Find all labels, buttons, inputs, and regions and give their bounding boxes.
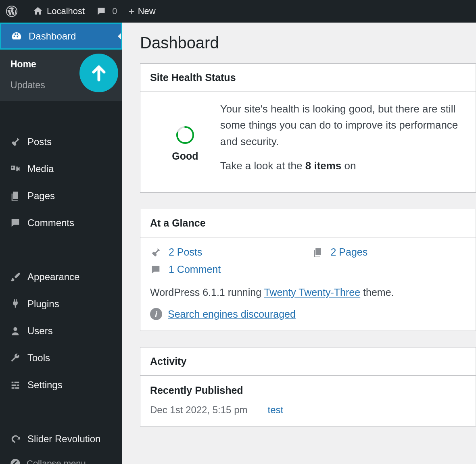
- wp-logo-menu[interactable]: [0, 0, 27, 23]
- wrench-icon: [7, 352, 23, 364]
- menu-pages-label: Pages: [27, 190, 55, 202]
- recently-published-heading: Recently Published: [150, 385, 466, 396]
- collapse-icon: [7, 458, 23, 464]
- pages-icon: [7, 190, 23, 202]
- menu-users-label: Users: [27, 325, 53, 337]
- site-health-status: Good: [172, 150, 198, 162]
- comment-icon: [150, 264, 163, 275]
- admin-sidebar: Dashboard Home Updates Posts Media Pages: [0, 23, 122, 464]
- info-icon: i: [150, 308, 162, 320]
- sliders-icon: [7, 379, 23, 391]
- menu-plugins[interactable]: Plugins: [0, 290, 122, 317]
- menu-dashboard-label: Dashboard: [29, 31, 76, 42]
- menu-dashboard[interactable]: Dashboard: [0, 23, 122, 50]
- site-health-text2: Take a look at the 8 items on: [220, 158, 466, 174]
- user-icon: [7, 325, 23, 337]
- highlight-arrow-badge: [79, 54, 118, 92]
- glance-pages[interactable]: 2 Pages: [312, 246, 466, 258]
- menu-posts-label: Posts: [27, 136, 52, 148]
- activity-item: Dec 1st 2022, 5:15 pm test: [150, 404, 466, 416]
- menu-tools-label: Tools: [27, 352, 50, 364]
- menu-settings[interactable]: Settings: [0, 371, 122, 398]
- menu-plugins-label: Plugins: [27, 298, 59, 310]
- menu-comments-label: Comments: [27, 217, 74, 229]
- site-name-menu[interactable]: Localhost: [27, 0, 90, 23]
- menu-separator: [0, 236, 122, 263]
- brush-icon: [7, 271, 23, 283]
- menu-comments[interactable]: Comments: [0, 209, 122, 236]
- menu-media[interactable]: Media: [0, 155, 122, 182]
- glance-posts-link[interactable]: 2 Posts: [169, 246, 202, 258]
- site-name-label: Localhost: [47, 6, 85, 17]
- collapse-menu[interactable]: Collapse menu: [0, 452, 122, 464]
- menu-slider-revolution-label: Slider Revolution: [27, 433, 100, 445]
- site-health-heading: Site Health Status: [140, 64, 476, 92]
- at-a-glance-heading: At a Glance: [140, 209, 476, 237]
- comment-icon: [96, 6, 106, 17]
- menu-slider-revolution[interactable]: Slider Revolution: [0, 425, 122, 452]
- glance-comments-link[interactable]: 1 Comment: [169, 264, 221, 275]
- menu-media-label: Media: [27, 163, 54, 175]
- gauge-icon: [8, 30, 25, 42]
- plug-icon: [7, 298, 23, 310]
- pin-icon: [7, 136, 23, 148]
- home-icon: [32, 6, 44, 17]
- version-line: WordPress 6.1.1 running Twenty Twenty-Th…: [150, 287, 466, 298]
- menu-settings-label: Settings: [27, 379, 63, 391]
- comments-count: 0: [112, 6, 117, 17]
- menu-appearance[interactable]: Appearance: [0, 263, 122, 290]
- menu-separator: [0, 398, 122, 425]
- menu-tools[interactable]: Tools: [0, 344, 122, 371]
- seo-link[interactable]: Search engines discouraged: [168, 308, 296, 320]
- new-content-menu[interactable]: + New: [123, 0, 161, 23]
- glance-posts[interactable]: 2 Posts: [150, 246, 304, 258]
- glance-comments[interactable]: 1 Comment: [150, 264, 304, 275]
- activity-heading: Activity: [140, 347, 476, 376]
- dashboard-submenu: Home Updates: [0, 50, 122, 101]
- media-icon: [7, 163, 23, 175]
- activity-box: Activity Recently Published Dec 1st 2022…: [140, 347, 476, 427]
- cycle-icon: [7, 433, 23, 445]
- menu-pages[interactable]: Pages: [0, 182, 122, 209]
- site-health-gauge: Good: [150, 121, 220, 162]
- menu-posts[interactable]: Posts: [0, 128, 122, 155]
- glance-pages-link[interactable]: 2 Pages: [331, 246, 368, 258]
- admin-topbar: Localhost 0 + New: [0, 0, 476, 23]
- main-content: Dashboard Site Health Status Good Your s…: [122, 23, 476, 464]
- activity-date: Dec 1st 2022, 5:15 pm: [150, 404, 247, 416]
- activity-link[interactable]: test: [267, 404, 283, 416]
- menu-appearance-label: Appearance: [27, 271, 79, 283]
- pages-icon: [312, 247, 325, 258]
- page-title: Dashboard: [140, 34, 476, 52]
- comments-menu[interactable]: 0: [90, 0, 123, 23]
- pin-icon: [150, 247, 163, 258]
- site-health-box: Site Health Status Good Your site's heal…: [140, 63, 476, 193]
- site-health-text1: Your site's health is looking good, but …: [220, 101, 466, 150]
- collapse-label: Collapse menu: [27, 458, 86, 464]
- at-a-glance-box: At a Glance 2 Posts 2 Pages: [140, 209, 476, 331]
- menu-separator: [0, 101, 122, 128]
- wordpress-icon: [6, 5, 18, 17]
- new-label: New: [138, 6, 156, 17]
- theme-link[interactable]: Twenty Twenty-Three: [264, 287, 361, 298]
- comments-icon: [7, 217, 23, 229]
- plus-icon: +: [128, 5, 134, 18]
- menu-users[interactable]: Users: [0, 317, 122, 344]
